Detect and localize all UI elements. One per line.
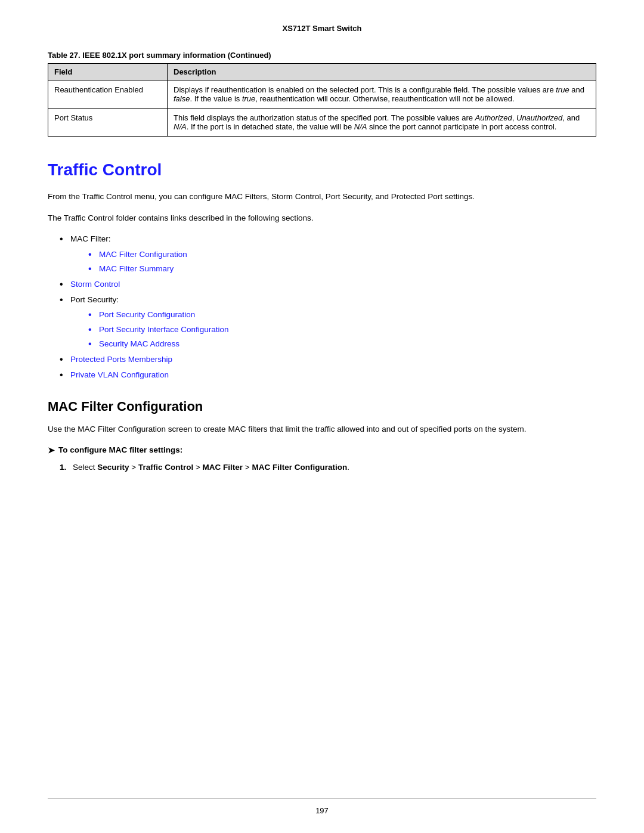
port-security-label: Port Security: xyxy=(70,295,119,304)
page-container: XS712T Smart Switch Table 27. IEEE 802.1… xyxy=(0,0,644,833)
traffic-control-intro1: From the Traffic Control menu, you can c… xyxy=(48,190,596,203)
table-cell-description: Displays if reauthentication is enabled … xyxy=(168,80,596,109)
value-unauthorized: Unauthorized xyxy=(516,113,562,122)
page-footer: 197 xyxy=(0,798,644,815)
port-security-interface-config-link[interactable]: Port Security Interface Configuration xyxy=(99,325,229,334)
steps-list: 1. Select Security > Traffic Control > M… xyxy=(60,461,596,474)
value-authorized: Authorized xyxy=(475,113,512,122)
traffic-control-list: MAC Filter: MAC Filter Configuration MAC… xyxy=(60,233,596,381)
mac-filter-label: MAC Filter xyxy=(203,463,243,472)
list-item-security-mac-address[interactable]: Security MAC Address xyxy=(88,337,596,351)
value-na: N/A xyxy=(174,122,187,131)
list-item-storm-control[interactable]: Storm Control xyxy=(60,278,596,291)
table-header-field: Field xyxy=(48,64,168,80)
list-item-mac-filter-summary[interactable]: MAC Filter Summary xyxy=(88,262,596,275)
storm-control-link[interactable]: Storm Control xyxy=(70,280,120,289)
port-security-sublist: Port Security Configuration Port Securit… xyxy=(88,308,596,351)
arrow-icon: ➤ xyxy=(48,445,55,455)
value-true: true xyxy=(556,85,569,94)
mac-filter-label: MAC Filter: xyxy=(70,234,111,243)
ieee-table: Field Description Reauthentication Enabl… xyxy=(48,63,596,137)
mac-filter-config-heading: MAC Filter Configuration xyxy=(48,399,596,414)
value-true2: true xyxy=(242,94,255,103)
page-header: XS712T Smart Switch xyxy=(48,24,596,33)
table-cell-description: This field displays the authorization st… xyxy=(168,109,596,137)
configure-section: ➤ To configure MAC filter settings: 1. S… xyxy=(48,445,596,474)
traffic-control-intro2: The Traffic Control folder contains link… xyxy=(48,212,596,225)
configure-heading-text: To configure MAC filter settings: xyxy=(58,445,182,454)
mac-filter-config-label: MAC Filter Configuration xyxy=(252,463,348,472)
value-false: false xyxy=(174,94,190,103)
table-cell-field: Reauthentication Enabled xyxy=(48,80,168,109)
mac-filter-sublist: MAC Filter Configuration MAC Filter Summ… xyxy=(88,248,596,275)
protected-ports-link[interactable]: Protected Ports Membership xyxy=(70,355,172,364)
mac-filter-summary-link[interactable]: MAC Filter Summary xyxy=(99,264,174,273)
traffic-control-label: Traffic Control xyxy=(138,463,193,472)
list-item-port-security-interface-config[interactable]: Port Security Interface Configuration xyxy=(88,323,596,336)
step-1: 1. Select Security > Traffic Control > M… xyxy=(60,461,596,474)
configure-heading: ➤ To configure MAC filter settings: xyxy=(48,445,596,455)
security-mac-address-link[interactable]: Security MAC Address xyxy=(99,339,179,348)
step-number: 1. xyxy=(60,461,66,474)
list-item-mac-filter-config[interactable]: MAC Filter Configuration xyxy=(88,248,596,261)
table-caption: Table 27. IEEE 802.1X port summary infor… xyxy=(48,51,596,60)
list-item-private-vlan[interactable]: Private VLAN Configuration xyxy=(60,368,596,382)
security-label: Security xyxy=(97,463,129,472)
list-item-port-security-config[interactable]: Port Security Configuration xyxy=(88,308,596,321)
port-security-config-link[interactable]: Port Security Configuration xyxy=(99,310,195,319)
mac-filter-config-link[interactable]: MAC Filter Configuration xyxy=(99,250,187,259)
value-na2: N/A xyxy=(354,122,367,131)
private-vlan-link[interactable]: Private VLAN Configuration xyxy=(70,370,169,379)
mac-filter-config-intro: Use the MAC Filter Configuration screen … xyxy=(48,423,596,436)
page-number: 197 xyxy=(315,806,329,815)
table-row: Reauthentication Enabled Displays if rea… xyxy=(48,80,596,109)
table-header-description: Description xyxy=(168,64,596,80)
list-item-mac-filter: MAC Filter: MAC Filter Configuration MAC… xyxy=(60,233,596,275)
table-cell-field: Port Status xyxy=(48,109,168,137)
list-item-protected-ports[interactable]: Protected Ports Membership xyxy=(60,353,596,366)
header-title: XS712T Smart Switch xyxy=(283,24,362,33)
traffic-control-heading: Traffic Control xyxy=(48,160,596,179)
table-row: Port Status This field displays the auth… xyxy=(48,109,596,137)
footer-divider xyxy=(48,798,596,799)
list-item-port-security: Port Security: Port Security Configurati… xyxy=(60,293,596,351)
